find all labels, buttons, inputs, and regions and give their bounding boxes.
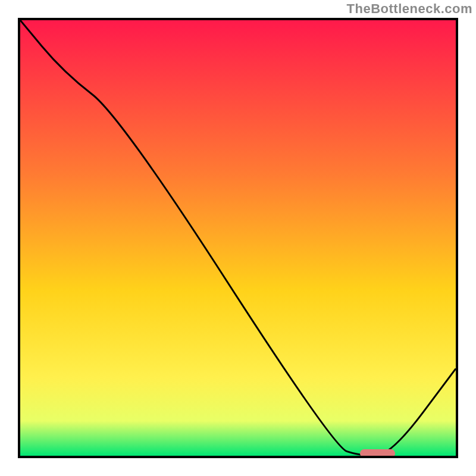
- optimal-range-marker: [360, 449, 395, 458]
- watermark-text: TheBottleneck.com: [347, 1, 472, 17]
- bottleneck-curve: [20, 20, 456, 456]
- curve-path: [20, 20, 456, 456]
- plot-frame: [18, 18, 458, 458]
- chart-stage: TheBottleneck.com: [0, 0, 476, 476]
